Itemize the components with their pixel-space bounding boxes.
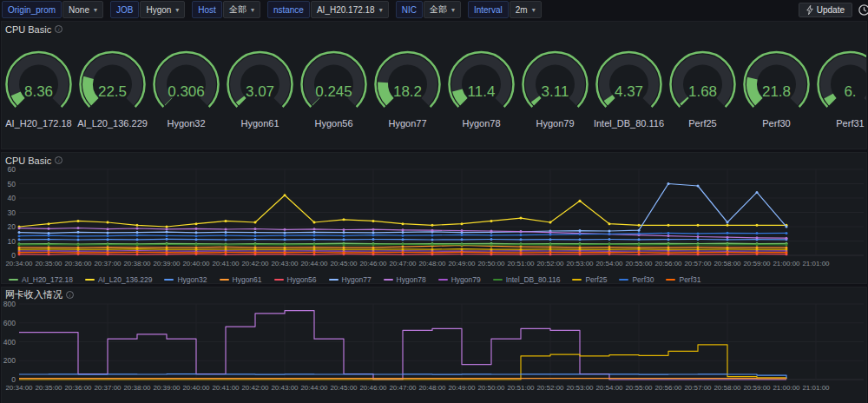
variable-value-dropdown[interactable]: 全部▾ <box>223 1 260 18</box>
legend-item-perf25[interactable]: Perf25 <box>572 275 607 284</box>
svg-text:20:53:00: 20:53:00 <box>566 384 594 392</box>
panel-title-text: CPU Basic <box>5 24 51 35</box>
svg-text:21.8: 21.8 <box>762 83 791 100</box>
svg-text:6.: 6. <box>844 83 856 100</box>
gauge-ai-h20-172-18: 8.36AI_H20_172.18 <box>2 46 76 129</box>
legend-item-perf31[interactable]: Perf31 <box>666 275 700 284</box>
legend-series-color-mark <box>274 279 284 281</box>
panel-title-cpu-chart[interactable]: CPU Basic i <box>2 153 866 165</box>
gauge-label: Hygon79 <box>536 118 574 129</box>
gauge-label: Hygon56 <box>314 118 352 129</box>
gauge-label: AI_H20_172.18 <box>5 118 71 129</box>
legend-series-name: Hygon77 <box>342 275 372 284</box>
svg-text:20:36:00: 20:36:00 <box>64 260 92 268</box>
gauge-arc: 4.37 <box>592 46 666 117</box>
legend-series-name: Hygon32 <box>177 275 207 284</box>
svg-text:20:45:00: 20:45:00 <box>330 260 358 268</box>
svg-text:20:34:00: 20:34:00 <box>5 384 33 392</box>
legend-item-ai-l20-136-229[interactable]: AI_L20_136.229 <box>85 275 152 284</box>
variable-value-dropdown[interactable]: AI_H20.172.18▾ <box>311 1 389 18</box>
variable-controls: Origin_promNone▾JOBHygon▾Host全部▾nstanceA… <box>2 1 542 18</box>
gauge-arc: 3.11 <box>518 46 592 117</box>
legend-series-color-mark <box>164 279 174 281</box>
variable-label: nstance <box>267 1 310 18</box>
gauge-arc: 8.36 <box>2 46 76 117</box>
variable-label: NIC <box>396 1 423 18</box>
variable-value-text: Hygon <box>146 5 171 15</box>
legend-item-hygon61[interactable]: Hygon61 <box>220 275 262 284</box>
variable-value-text: 全部 <box>430 3 447 16</box>
svg-text:20:58:00: 20:58:00 <box>713 260 741 268</box>
variable-label: Interval <box>468 1 509 18</box>
svg-text:20:46:00: 20:46:00 <box>359 260 387 268</box>
gauge-intel-db-80-116: 4.37Intel_DB_80.116 <box>592 46 666 129</box>
gauge-hygon77: 18.2Hygon77 <box>371 46 444 129</box>
svg-text:20:56:00: 20:56:00 <box>654 260 682 268</box>
variable-value-dropdown[interactable]: 全部▾ <box>424 1 461 18</box>
svg-text:1.68: 1.68 <box>688 83 717 100</box>
variable-host: Host全部▾ <box>192 1 260 18</box>
legend-series-color-mark <box>619 279 628 281</box>
variable-label: Origin_prom <box>2 1 62 18</box>
chevron-down-icon: ▾ <box>175 6 179 14</box>
gauge-label: Intel_DB_80.116 <box>594 118 664 129</box>
svg-text:20:47:00: 20:47:00 <box>389 384 417 392</box>
svg-text:0.245: 0.245 <box>315 83 352 100</box>
panel-info-icon: i <box>66 291 74 299</box>
legend-series-color-mark <box>329 279 339 281</box>
cpu-time-series-chart[interactable]: 010203040506020:34:0020:35:0020:36:0020:… <box>2 165 868 274</box>
legend-item-perf30[interactable]: Perf30 <box>619 275 654 284</box>
svg-text:20:54:00: 20:54:00 <box>595 384 623 392</box>
legend-item-hygon56[interactable]: Hygon56 <box>274 275 317 284</box>
svg-text:600: 600 <box>3 319 16 327</box>
gauge-hygon32: 0.306Hygon32 <box>149 46 223 129</box>
panel-title-network-chart[interactable]: 网卡收入情况 i <box>2 287 866 300</box>
legend-item-intel-db-80-116[interactable]: Intel_DB_80.116 <box>493 275 561 284</box>
legend-series-color-mark <box>85 279 95 281</box>
legend-item-ai-h20-172-18[interactable]: AI_H20_172.18 <box>9 275 73 284</box>
chevron-down-icon: ▾ <box>251 6 254 14</box>
gauge-hygon79: 3.11Hygon79 <box>518 46 592 129</box>
svg-text:20:43:00: 20:43:00 <box>271 384 299 392</box>
panel-title-cpu-gauges[interactable]: CPU Basic i <box>2 22 866 34</box>
variable-value-text: 全部 <box>229 3 247 16</box>
legend-item-hygon78[interactable]: Hygon78 <box>384 275 426 284</box>
chevron-down-icon: ▾ <box>379 6 383 14</box>
svg-text:3.11: 3.11 <box>542 83 569 100</box>
clock-icon[interactable] <box>858 3 868 17</box>
variable-nic: NIC全部▾ <box>396 1 461 18</box>
legend-item-hygon77[interactable]: Hygon77 <box>329 275 372 284</box>
gauge-perf30: 21.8Perf30 <box>740 46 813 129</box>
legend-series-name: AI_H20_172.18 <box>22 275 73 284</box>
variable-label: JOB <box>110 1 139 18</box>
legend-series-name: Hygon78 <box>397 275 426 284</box>
network-time-series-chart[interactable]: 020040060080020:34:0020:35:0020:36:0020:… <box>2 300 868 397</box>
svg-text:20:49:00: 20:49:00 <box>448 384 476 392</box>
legend-series-name: Hygon56 <box>287 275 317 284</box>
update-button[interactable]: Update <box>799 3 852 17</box>
svg-text:10: 10 <box>8 237 16 246</box>
svg-text:20:57:00: 20:57:00 <box>684 260 712 268</box>
svg-text:20:55:00: 20:55:00 <box>625 384 653 392</box>
variable-value-dropdown[interactable]: 2m▾ <box>510 1 542 18</box>
variable-value-dropdown[interactable]: None▾ <box>62 1 103 18</box>
legend-item-hygon32[interactable]: Hygon32 <box>164 275 207 284</box>
legend-series-name: Intel_DB_80.116 <box>506 275 561 284</box>
gauge-arc: 11.4 <box>444 46 518 117</box>
svg-text:21:00:00: 21:00:00 <box>773 260 800 268</box>
variable-value-text: AI_H20.172.18 <box>317 5 375 15</box>
gauge-perf31: 6.Perf31 <box>813 46 866 129</box>
svg-text:20:44:00: 20:44:00 <box>300 384 328 392</box>
variable-value-text: 2m <box>516 5 528 15</box>
svg-text:20: 20 <box>8 222 16 231</box>
chevron-down-icon: ▾ <box>451 6 455 14</box>
gauge-arc: 0.245 <box>297 46 371 117</box>
variable-bar: Origin_promNone▾JOBHygon▾Host全部▾nstanceA… <box>0 0 868 19</box>
variable-value-dropdown[interactable]: Hygon▾ <box>140 1 185 18</box>
gauge-hygon78: 11.4Hygon78 <box>444 46 518 129</box>
legend-series-color-mark <box>220 279 229 281</box>
legend-item-hygon79[interactable]: Hygon79 <box>438 275 481 284</box>
svg-text:20:47:00: 20:47:00 <box>389 260 417 268</box>
svg-text:20:40:00: 20:40:00 <box>182 260 210 268</box>
gauge-arc: 1.68 <box>666 46 740 117</box>
